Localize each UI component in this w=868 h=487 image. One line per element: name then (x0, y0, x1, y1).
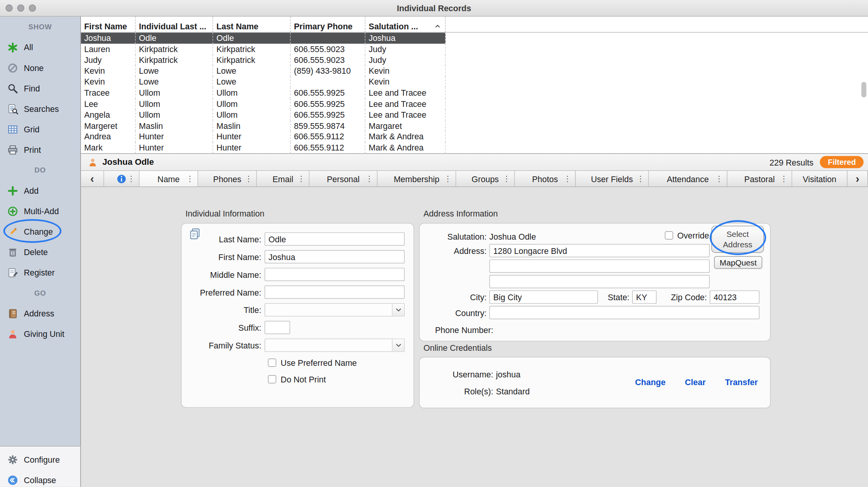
table-row[interactable]: MarkHunterHunter606.555.9112Mark & Andre… (81, 142, 868, 153)
trash-icon (7, 247, 19, 258)
table-cell: Kevin (81, 76, 136, 87)
tab-personal[interactable]: Personal⋮ (309, 171, 377, 186)
grid-icon (7, 123, 19, 135)
column-header-salutation[interactable]: Salutation ... (365, 17, 446, 32)
sidebar-item-register[interactable]: Register (0, 262, 80, 283)
table-cell: Ullom (136, 88, 213, 98)
first-name-input[interactable] (264, 250, 405, 263)
do-not-print-checkbox[interactable] (268, 375, 276, 383)
minimize-button[interactable] (17, 4, 24, 12)
tabs-scroll-right-button[interactable]: › (848, 171, 868, 186)
titlebar: Individual Records (0, 0, 868, 17)
table-row[interactable]: AndreaHunterHunter606.555.9112Mark & And… (81, 131, 868, 142)
last-name-input[interactable] (264, 232, 405, 245)
column-header-individual-last[interactable]: Individual Last ... (136, 17, 213, 32)
sidebar-item-address[interactable]: Address (0, 303, 80, 324)
column-header-first-name[interactable]: First Name (81, 17, 136, 32)
table-row[interactable]: JudyKirkpatrickKirkpatrick606.555.9023Ju… (81, 54, 868, 65)
tab-visitation[interactable]: Visitation (792, 171, 848, 186)
clear-link[interactable]: Clear (685, 377, 706, 387)
title-select[interactable] (264, 303, 405, 316)
tab-menu-dots[interactable]: ⋮ (780, 174, 788, 183)
sidebar-item-label: Address (24, 309, 54, 318)
change-link[interactable]: Change (635, 377, 666, 387)
zoom-button[interactable] (29, 4, 36, 12)
tab-photos[interactable]: Photos⋮ (515, 171, 576, 186)
table-row[interactable]: KevinLoweLowe(859) 433-9810Kevin (81, 66, 868, 76)
table-row[interactable]: AngelaUllomUllom606.555.9925Lee and Trac… (81, 109, 868, 120)
sidebar-item-giving-unit[interactable]: Giving Unit (0, 324, 80, 344)
state-input[interactable] (632, 291, 656, 304)
tab-phones[interactable]: Phones⋮ (198, 171, 257, 186)
use-preferred-name-checkbox[interactable] (268, 358, 276, 367)
sidebar-item-delete[interactable]: Delete (0, 242, 80, 262)
username-label: Username: (420, 369, 496, 379)
sidebar-item-configure[interactable]: Configure (0, 449, 80, 470)
family-status-select[interactable] (264, 338, 405, 352)
close-button[interactable] (5, 4, 13, 12)
tab-menu-dots[interactable]: ⋮ (444, 174, 452, 183)
sidebar-item-print[interactable]: Print (0, 139, 80, 160)
sidebar-item-multi-add[interactable]: Multi-Add (0, 201, 80, 221)
tab-menu-dots[interactable]: ⋮ (637, 174, 644, 183)
suffix-input[interactable] (264, 321, 290, 334)
sidebar-item-collapse[interactable]: Collapse (0, 470, 80, 487)
sidebar-item-change[interactable]: Change (0, 221, 80, 242)
sidebar-item-label: None (24, 63, 44, 72)
address-line1-input[interactable] (489, 244, 710, 257)
sidebar-item-all[interactable]: All (0, 37, 80, 57)
tab-menu-dots[interactable]: ⋮ (365, 174, 373, 183)
use-preferred-name-label: Use Preferred Name (281, 358, 357, 367)
tab-info[interactable]: ⋮ (104, 171, 140, 186)
transfer-link[interactable]: Transfer (725, 377, 758, 387)
country-label: Country: (420, 308, 490, 317)
sidebar-item-find[interactable]: Find (0, 78, 80, 98)
tab-groups[interactable]: Groups⋮ (456, 171, 515, 186)
column-header-primary-phone[interactable]: Primary Phone (291, 17, 366, 32)
table-row[interactable]: LaurenKirkpatrickKirkpatrick606.555.9023… (81, 44, 868, 54)
first-name-label: First Name: (181, 252, 264, 261)
tab-name[interactable]: Name⋮ (139, 171, 198, 186)
column-header-last-name[interactable]: Last Name (213, 17, 291, 32)
tab-menu-dots[interactable]: ⋮ (127, 174, 135, 183)
zip-code-input[interactable] (710, 291, 760, 304)
table-cell: Ullom (136, 98, 213, 109)
middle-name-input[interactable] (264, 268, 405, 281)
override-checkbox[interactable] (665, 231, 674, 240)
tab-menu-dots[interactable]: ⋮ (715, 174, 723, 183)
tab-pastoral[interactable]: Pastoral⋮ (727, 171, 792, 186)
tab-user-fields[interactable]: User Fields⋮ (576, 171, 649, 186)
tab-attendance[interactable]: Attendance⋮ (649, 171, 727, 186)
sidebar-item-searches[interactable]: Searches (0, 98, 80, 119)
table-row[interactable]: TraceeUllomUllom606.555.9925Lee and Trac… (81, 88, 868, 98)
collapse-icon (7, 474, 19, 485)
tab-email[interactable]: Email⋮ (257, 171, 309, 186)
table-scrollbar[interactable] (861, 82, 866, 97)
tab-menu-dots[interactable]: ⋮ (563, 174, 571, 183)
table-cell: Lee and Tracee (365, 98, 446, 109)
table-row[interactable]: LeeUllomUllom606.555.9925Lee and Tracee (81, 98, 868, 109)
table-row[interactable]: KevinLoweLoweKevin (81, 76, 868, 87)
tab-menu-dots[interactable]: ⋮ (297, 174, 305, 183)
sidebar-footer: ConfigureCollapse (0, 446, 80, 487)
tab-menu-dots[interactable]: ⋮ (186, 174, 194, 183)
table-cell: Judy (365, 54, 446, 65)
filtered-badge[interactable]: Filtered (820, 156, 864, 168)
table-cell: (859) 433-9810 (291, 66, 366, 76)
sidebar-item-none[interactable]: None (0, 57, 80, 78)
address-line2-input[interactable] (489, 259, 710, 272)
sidebar-item-grid[interactable]: Grid (0, 119, 80, 139)
tab-membership[interactable]: Membership⋮ (378, 171, 456, 186)
sidebar-item-add[interactable]: Add (0, 180, 80, 201)
city-input[interactable] (489, 291, 598, 304)
country-input[interactable] (489, 306, 760, 319)
table-cell: Mark (81, 142, 136, 153)
tab-menu-dots[interactable]: ⋮ (503, 174, 510, 183)
table-row[interactable]: MargeretMaslinMaslin859.555.9874Margaret (81, 120, 868, 131)
table-row[interactable]: JoshuaOdleOdleJoshua (81, 33, 868, 44)
tabs-scroll-left-button[interactable]: ‹ (81, 171, 104, 186)
preferred-name-input[interactable] (264, 286, 405, 299)
table-cell: Joshua (81, 33, 136, 44)
tab-menu-dots[interactable]: ⋮ (245, 174, 253, 183)
address-line3-input[interactable] (489, 275, 710, 288)
